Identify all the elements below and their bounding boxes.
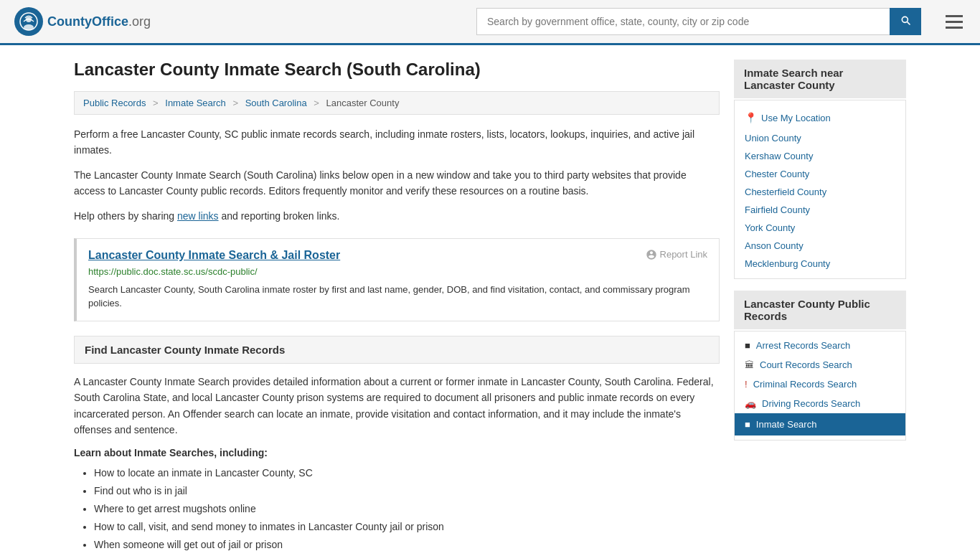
report-link[interactable]: Report Link bbox=[646, 249, 707, 260]
use-location-link[interactable]: Use My Location bbox=[761, 113, 831, 123]
arrest-icon: ■ bbox=[745, 340, 750, 351]
search-input[interactable] bbox=[476, 8, 890, 35]
sidebar-item-kershaw[interactable]: Kershaw County bbox=[735, 147, 905, 165]
list-item: Find out who is in jail bbox=[94, 482, 720, 500]
sidebar-item-chesterfield[interactable]: Chesterfield County bbox=[735, 183, 905, 201]
breadcrumb-public-records[interactable]: Public Records bbox=[83, 98, 146, 108]
new-links-link[interactable]: new links bbox=[177, 210, 219, 222]
content-area: Lancaster County Inmate Search (South Ca… bbox=[74, 60, 720, 551]
breadcrumb-current: Lancaster County bbox=[326, 98, 400, 108]
site-header: CountyOffice.org bbox=[0, 0, 980, 45]
list-item: How to locate an inmate in Lancaster Cou… bbox=[94, 464, 720, 482]
logo-icon bbox=[14, 7, 43, 36]
sidebar-item-criminal-records[interactable]: ! Criminal Records Search bbox=[735, 375, 905, 394]
link-url[interactable]: https://public.doc.state.sc.us/scdc-publ… bbox=[88, 266, 707, 277]
search-bar bbox=[476, 8, 921, 35]
sidebar-item-driving-records[interactable]: 🚗 Driving Records Search bbox=[735, 394, 905, 413]
link-description: Search Lancaster County, South Carolina … bbox=[88, 283, 707, 311]
search-button[interactable] bbox=[890, 8, 921, 35]
breadcrumb-sep-1: > bbox=[153, 98, 159, 108]
sidebar-item-arrest-records[interactable]: ■ Arrest Records Search bbox=[735, 336, 905, 355]
court-icon: 🏛 bbox=[745, 359, 754, 370]
sidebar-public-records-links: ■ Arrest Records Search 🏛 Court Records … bbox=[734, 331, 906, 441]
sidebar-nearby-links: 📍 Use My Location Union County Kershaw C… bbox=[734, 100, 906, 279]
sidebar-item-mecklenburg[interactable]: Mecklenburg County bbox=[735, 255, 905, 273]
site-logo[interactable]: CountyOffice.org bbox=[14, 7, 151, 36]
sidebar-item-fairfield[interactable]: Fairfield County bbox=[735, 201, 905, 219]
link-box-header: Lancaster County Inmate Search & Jail Ro… bbox=[88, 249, 707, 262]
sidebar: Inmate Search near Lancaster County 📍 Us… bbox=[734, 60, 906, 551]
list-item: When someone will get out of jail or pri… bbox=[94, 536, 720, 551]
sidebar-item-inmate-search[interactable]: ■ Inmate Search bbox=[735, 413, 905, 435]
logo-text: CountyOffice.org bbox=[47, 14, 151, 29]
intro-paragraph-1: Perform a free Lancaster County, SC publ… bbox=[74, 126, 720, 159]
sidebar-nearby-header: Inmate Search near Lancaster County bbox=[734, 60, 906, 98]
breadcrumb-inmate-search[interactable]: Inmate Search bbox=[165, 98, 226, 108]
sidebar-nearby-title: Inmate Search near Lancaster County bbox=[744, 67, 896, 91]
breadcrumb: Public Records > Inmate Search > South C… bbox=[74, 91, 720, 115]
breadcrumb-south-carolina[interactable]: South Carolina bbox=[245, 98, 307, 108]
location-pin-icon: 📍 bbox=[745, 112, 757, 123]
bullet-list: How to locate an inmate in Lancaster Cou… bbox=[74, 464, 720, 551]
breadcrumb-sep-3: > bbox=[314, 98, 319, 108]
sidebar-public-records-title: Lancaster County Public Records bbox=[744, 298, 896, 322]
list-item: Where to get arrest mugshots online bbox=[94, 500, 720, 518]
sidebar-item-anson[interactable]: Anson County bbox=[735, 237, 905, 255]
sidebar-item-court-records[interactable]: 🏛 Court Records Search bbox=[735, 355, 905, 375]
link-box-title[interactable]: Lancaster County Inmate Search & Jail Ro… bbox=[88, 249, 340, 262]
criminal-icon: ! bbox=[745, 379, 748, 390]
intro-paragraph-3: Help others by sharing new links and rep… bbox=[74, 208, 720, 224]
list-item: How to call, visit, and send money to in… bbox=[94, 518, 720, 536]
report-icon bbox=[646, 249, 657, 260]
find-section-header: Find Lancaster County Inmate Records bbox=[74, 336, 720, 364]
intro-paragraph-2: The Lancaster County Inmate Search (Sout… bbox=[74, 167, 720, 199]
link-box: Lancaster County Inmate Search & Jail Ro… bbox=[74, 238, 720, 321]
sidebar-item-chester[interactable]: Chester County bbox=[735, 165, 905, 183]
inmate-icon: ■ bbox=[745, 419, 750, 430]
driving-icon: 🚗 bbox=[745, 398, 756, 409]
page-title: Lancaster County Inmate Search (South Ca… bbox=[74, 60, 720, 80]
find-paragraph: A Lancaster County Inmate Search provide… bbox=[74, 374, 720, 438]
use-location-item[interactable]: 📍 Use My Location bbox=[735, 106, 905, 129]
main-container: Lancaster County Inmate Search (South Ca… bbox=[60, 45, 920, 551]
breadcrumb-sep-2: > bbox=[232, 98, 238, 108]
learn-label: Learn about Inmate Searches, including: bbox=[74, 447, 720, 458]
sidebar-item-union[interactable]: Union County bbox=[735, 129, 905, 147]
menu-button[interactable] bbox=[943, 12, 966, 32]
sidebar-item-york[interactable]: York County bbox=[735, 219, 905, 237]
svg-point-2 bbox=[24, 24, 34, 30]
sidebar-public-records-header: Lancaster County Public Records bbox=[734, 291, 906, 329]
find-section-title: Find Lancaster County Inmate Records bbox=[85, 344, 709, 356]
